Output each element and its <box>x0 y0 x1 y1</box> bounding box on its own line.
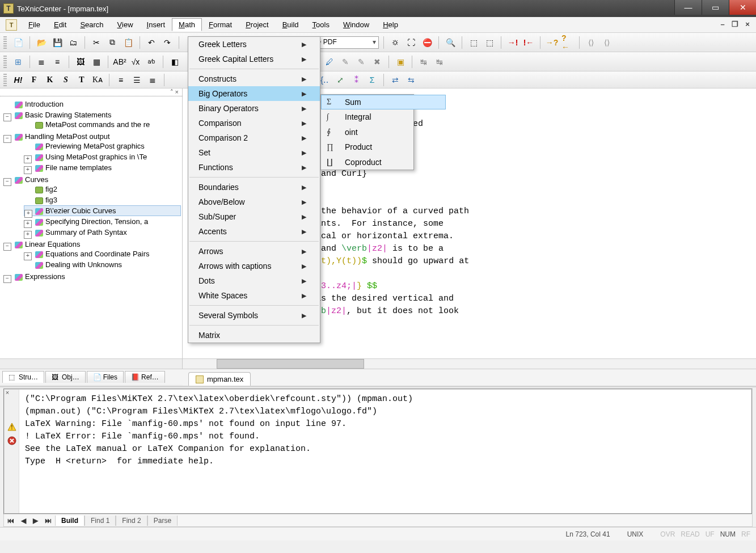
tree-node[interactable]: Introduction <box>3 99 181 109</box>
stop-icon[interactable]: ⛔ <box>420 36 434 49</box>
align-center-icon[interactable]: ☰ <box>130 73 143 87</box>
tree-node[interactable]: B\'ezier Cubic Curves <box>24 205 181 216</box>
tree-node[interactable]: Dealing with Unknowns <box>24 259 181 270</box>
tree-node[interactable]: Previewing MetaPost graphics <box>24 141 181 151</box>
close-button[interactable]: ✕ <box>729 0 756 15</box>
slant-icon[interactable]: S <box>59 73 73 87</box>
enum-icon[interactable]: ≡ <box>50 55 64 69</box>
save-icon[interactable]: 💾 <box>50 36 64 49</box>
sqrt-icon[interactable]: √x <box>129 55 142 69</box>
tree-node[interactable]: Summary of Path Syntax <box>24 227 181 238</box>
side-tab-stru[interactable]: ⬚Stru… <box>2 371 44 383</box>
menu-item-matrix[interactable]: Matrix <box>188 328 320 343</box>
tool2-icon[interactable]: ⬚ <box>483 36 496 49</box>
bullets-icon[interactable]: ≣ <box>35 55 48 69</box>
submenu-item-product[interactable]: ∏Product <box>321 140 446 154</box>
menu-item-constructs[interactable]: Constructs▶ <box>188 71 320 86</box>
output-next-icon[interactable]: ▶ <box>29 517 41 525</box>
prev-warn-icon[interactable]: ?← <box>561 36 575 49</box>
align-right-icon[interactable]: ≣ <box>146 73 159 87</box>
frac-icon[interactable]: a⁄b <box>145 55 158 69</box>
paste-icon[interactable]: 📋 <box>121 36 135 49</box>
toolbar-grip[interactable] <box>3 74 7 86</box>
bold-icon[interactable]: F <box>27 73 41 87</box>
toolbar-grip[interactable] <box>3 56 7 68</box>
output-close-icon[interactable]: × <box>3 389 11 396</box>
submenu-item-integral[interactable]: ∫Integral <box>321 109 446 124</box>
mdi-restore[interactable]: ❐ <box>730 19 740 28</box>
build-view-icon[interactable]: ⛶ <box>404 36 418 49</box>
tree-node[interactable]: Specifying Direction, Tension, a <box>24 216 181 227</box>
puzzle-icon[interactable]: ▣ <box>394 55 407 69</box>
tree-node[interactable]: Handling MetaPost outputPreviewing MetaP… <box>3 131 181 174</box>
submenu-item-coproduct[interactable]: ∐Coproduct <box>321 154 446 170</box>
menu-item-arrows[interactable]: Arrows▶ <box>188 244 320 259</box>
view-output-icon[interactable]: 🔍 <box>444 36 457 49</box>
align-left-icon[interactable]: ≡ <box>114 73 128 87</box>
menu-item-greek-capital-letters[interactable]: Greek Capital Letters▶ <box>188 52 320 66</box>
output-tab-find1[interactable]: Find 1 <box>85 516 116 526</box>
next-error-icon[interactable]: →! <box>506 36 520 49</box>
structure-tree[interactable]: IntroductionBasic Drawing StatementsMeta… <box>2 99 181 282</box>
side-tab-obj[interactable]: 🖼Obj… <box>45 371 86 383</box>
menu-item-big-operators[interactable]: Big Operators▶ <box>188 86 320 101</box>
font-icon[interactable]: AB² <box>113 55 126 69</box>
menu-math[interactable]: Math <box>172 18 202 31</box>
math3-icon[interactable]: ⤢ <box>333 73 347 87</box>
menu-item-comparison[interactable]: Comparison▶ <box>188 116 320 130</box>
menu-build[interactable]: Build <box>276 18 306 31</box>
big-operators-submenu[interactable]: ΣSum∫Integral∮oint∏Product∐Coproduct <box>320 94 414 170</box>
h1-icon[interactable]: H! <box>11 73 25 87</box>
math7-icon[interactable]: ⇆ <box>404 73 418 87</box>
menu-item-functions[interactable]: Functions▶ <box>188 160 320 175</box>
menu-project[interactable]: Project <box>239 18 275 31</box>
cut-icon[interactable]: ✂ <box>90 36 103 49</box>
math6-icon[interactable]: ⇄ <box>388 73 402 87</box>
tree-node[interactable]: File name templates <box>24 162 181 173</box>
output-last-icon[interactable]: ⏭ <box>41 517 55 525</box>
menu-format[interactable]: Format <box>202 18 239 31</box>
menu-item-white-spaces[interactable]: White Spaces▶ <box>188 288 320 303</box>
tt-icon[interactable]: T <box>75 73 88 87</box>
menu-item-accents[interactable]: Accents▶ <box>188 224 320 239</box>
tree-node[interactable]: Using MetaPost graphics in \Te <box>24 151 181 162</box>
side-hscroll[interactable] <box>0 358 182 369</box>
open-icon[interactable]: 📂 <box>35 36 48 49</box>
menu-view[interactable]: View <box>111 18 140 31</box>
tree-node[interactable]: fig2 <box>24 184 181 195</box>
menu-item-binary-operators[interactable]: Binary Operators▶ <box>188 101 320 116</box>
minimize-button[interactable]: — <box>674 0 702 15</box>
redo-icon[interactable]: ↷ <box>161 36 174 49</box>
menu-item-set[interactable]: Set▶ <box>188 145 320 160</box>
menu-item-arrows-with-captions[interactable]: Arrows with captions▶ <box>188 259 320 273</box>
output-body[interactable]: ("C:\Program Files\MiKTeX 2.7\tex\latex\… <box>19 390 751 513</box>
italic-icon[interactable]: K <box>43 73 57 87</box>
mdi-minimize[interactable]: – <box>717 19 728 28</box>
menu-window[interactable]: Window <box>336 18 376 31</box>
output-tab-find2[interactable]: Find 2 <box>116 516 147 526</box>
menu-edit[interactable]: Edit <box>47 18 73 31</box>
submenu-item-sum[interactable]: ΣSum <box>321 95 446 109</box>
tree-node[interactable]: Curvesfig2fig3B\'ezier Cubic CurvesSpeci… <box>3 174 181 239</box>
misc1-icon[interactable]: ◧ <box>168 55 181 69</box>
output-tab-parse[interactable]: Parse <box>147 516 178 526</box>
tool1-icon[interactable]: ⬚ <box>467 36 480 49</box>
build-icon[interactable]: ⛭ <box>388 36 402 49</box>
image-icon[interactable]: 🖼 <box>74 55 87 69</box>
tree-node[interactable]: Equations and Coordinate Pairs <box>24 248 181 259</box>
maximize-button[interactable]: ▭ <box>702 0 729 15</box>
submenu-item-oint[interactable]: ∮oint <box>321 124 446 140</box>
toolbar-grip[interactable] <box>3 36 7 49</box>
side-tab-files[interactable]: 📄Files <box>87 371 124 383</box>
menu-item-greek-letters[interactable]: Greek Letters▶ <box>188 37 320 52</box>
math-dropdown[interactable]: Greek Letters▶Greek Capital Letters▶Cons… <box>188 36 320 343</box>
menu-item-boundaries[interactable]: Boundaries▶ <box>188 180 320 195</box>
prev-error-icon[interactable]: !← <box>522 36 535 49</box>
output-first-icon[interactable]: ⏮ <box>4 517 18 525</box>
menu-item-sub-super[interactable]: Sub/Super▶ <box>188 209 320 224</box>
new-file-icon[interactable]: 📄 <box>11 36 25 49</box>
next-warn-icon[interactable]: →? <box>545 36 559 49</box>
menu-item-comparison-2[interactable]: Comparison 2▶ <box>188 130 320 145</box>
menu-search[interactable]: Search <box>73 18 110 31</box>
tree-node[interactable]: Basic Drawing StatementsMetaPost command… <box>3 109 181 131</box>
